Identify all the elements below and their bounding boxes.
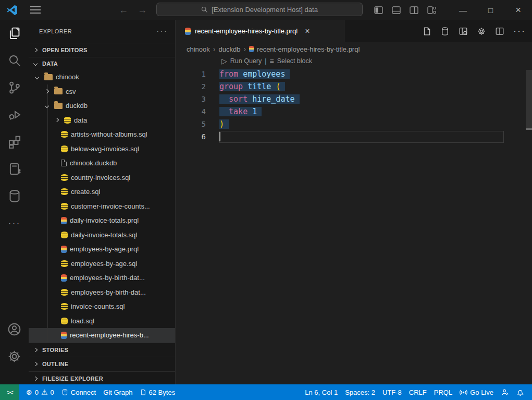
sql-file-icon: [61, 260, 68, 267]
tree-file[interactable]: artists-without-albums.sql: [29, 127, 175, 142]
tab-bar: recent-employee-hires-by-title.prql × ··…: [176, 20, 532, 42]
prql-file-icon: [249, 46, 254, 52]
database-icon: [61, 389, 68, 396]
tree-file[interactable]: load.sql: [29, 314, 175, 329]
minimize-button[interactable]: —: [453, 6, 474, 15]
indent-guide: [47, 84, 48, 342]
tree-file[interactable]: daily-invoice-totals.sql: [29, 228, 175, 243]
tree-folder-csv[interactable]: csv: [29, 84, 175, 99]
run-query-link[interactable]: Run Query: [230, 57, 262, 65]
toggle-sidebar-icon[interactable]: [374, 6, 383, 14]
new-file-icon[interactable]: [422, 27, 431, 36]
sql-file-icon: [61, 303, 68, 310]
customize-layout-icon[interactable]: [427, 6, 436, 14]
vertical-scrollbar[interactable]: [526, 70, 532, 128]
sql-file-icon: [61, 318, 68, 324]
file-icon: [61, 160, 67, 166]
maximize-button[interactable]: □: [480, 6, 501, 15]
settings-gear-icon[interactable]: [477, 27, 486, 36]
more-actions-icon[interactable]: ···: [513, 26, 526, 37]
file-tree: chinook csv duckdb data artists-without-…: [29, 70, 175, 343]
cursor-position-status[interactable]: Ln 6, Col 1: [301, 384, 341, 400]
search-icon[interactable]: [0, 47, 29, 74]
git-graph-button[interactable]: Git Graph: [100, 384, 136, 400]
tree-folder-chinook[interactable]: chinook: [29, 70, 175, 84]
problems-status[interactable]: ⊗ 0 ⚠ 0: [22, 384, 58, 400]
forward-arrow-icon[interactable]: →: [138, 5, 147, 16]
select-block-icon: ≡: [269, 57, 274, 65]
tree-file[interactable]: invoice-counts.sql: [29, 299, 175, 314]
prql-file-icon: [61, 332, 67, 339]
toggle-panel-icon[interactable]: [392, 6, 401, 14]
section-outline[interactable]: OUTLINE: [29, 357, 175, 371]
tree-file[interactable]: daily-invoice-totals.prql: [29, 213, 175, 228]
run-and-debug-icon[interactable]: [0, 101, 29, 128]
notebook-icon[interactable]: [0, 155, 29, 183]
vscode-logo-icon: [5, 4, 19, 16]
toggle-secondary-sidebar-icon[interactable]: [410, 6, 418, 14]
tab-close-icon[interactable]: ×: [305, 27, 310, 36]
file-size-status[interactable]: 62 Bytes: [137, 384, 179, 400]
source-control-icon[interactable]: [0, 74, 29, 101]
tree-folder-duckdb[interactable]: duckdb: [29, 99, 175, 113]
database-icon[interactable]: [0, 183, 29, 210]
breadcrumb-file[interactable]: recent-employee-hires-by-title.prql: [257, 45, 360, 53]
command-center-search[interactable]: [Extension Development Host] data: [156, 3, 363, 16]
select-block-link[interactable]: Select block: [277, 57, 312, 65]
section-data[interactable]: DATA: [29, 57, 175, 70]
database-action-icon[interactable]: [440, 27, 450, 36]
warnings-icon: ⚠: [41, 388, 48, 396]
extensions-icon[interactable]: [0, 128, 29, 155]
close-window-button[interactable]: ×: [508, 4, 529, 16]
notifications-bell-icon[interactable]: [513, 384, 528, 400]
tree-file[interactable]: create.sql: [29, 185, 175, 199]
errors-icon: ⊗: [26, 388, 32, 396]
split-editor-icon[interactable]: [495, 27, 504, 36]
additional-views-icon[interactable]: ···: [0, 210, 29, 237]
explorer-more-actions[interactable]: ···: [156, 27, 168, 36]
go-live-button[interactable]: Go Live: [456, 384, 497, 400]
code-editor[interactable]: ▷ Run Query | ≡ Select block 1from emplo…: [176, 56, 532, 384]
code-line-1: 1from employees: [176, 68, 532, 80]
language-mode-status[interactable]: PRQL: [430, 384, 456, 400]
tree-file[interactable]: employees-by-birth-dat...: [29, 271, 175, 285]
remote-indicator[interactable]: ><: [0, 384, 19, 400]
explorer-sidebar: EXPLORER ··· OPEN EDITORS DATA chinook c…: [29, 20, 176, 384]
explorer-icon[interactable]: [0, 20, 29, 47]
command-center-text: [Extension Development Host] data: [212, 6, 318, 14]
broadcast-icon: [460, 389, 467, 396]
code-line-2: 2group title (: [176, 80, 532, 93]
settings-gear-icon[interactable]: [0, 343, 29, 370]
code-line-6: 6: [176, 130, 532, 143]
sql-file-icon: [61, 131, 68, 138]
breadcrumb: chinook › duckdb › recent-employee-hires…: [176, 42, 532, 56]
tree-file[interactable]: below-avg-invoices.sql: [29, 142, 175, 156]
eol-status[interactable]: CRLF: [405, 384, 430, 400]
tree-file[interactable]: employees-by-birth-dat...: [29, 285, 175, 300]
tree-file[interactable]: country-invoices.sql: [29, 171, 175, 185]
connect-button[interactable]: Connect: [58, 384, 100, 400]
tab-recent-employee-hires[interactable]: recent-employee-hires-by-title.prql ×: [176, 20, 345, 42]
back-arrow-icon[interactable]: ←: [119, 5, 128, 16]
tree-file[interactable]: customer-invoice-counts...: [29, 199, 175, 214]
sql-file-icon: [61, 203, 68, 210]
tree-file[interactable]: employees-by-age.prql: [29, 242, 175, 257]
encoding-status[interactable]: UTF-8: [379, 384, 405, 400]
open-preview-icon[interactable]: [459, 27, 468, 36]
tree-folder-data[interactable]: data: [29, 113, 175, 128]
section-open-editors[interactable]: OPEN EDITORS: [29, 43, 175, 57]
live-share-button[interactable]: [497, 384, 513, 400]
breadcrumb-duckdb[interactable]: duckdb: [218, 45, 240, 53]
tree-file[interactable]: employees-by-age.sql: [29, 257, 175, 271]
tree-file-selected[interactable]: recent-employee-hires-b...: [29, 328, 175, 343]
sql-file-icon: [61, 232, 68, 238]
activity-bar: ···: [0, 20, 29, 384]
section-stories[interactable]: STORIES: [29, 343, 175, 357]
sql-file-icon: [61, 146, 68, 152]
breadcrumb-chinook[interactable]: chinook: [187, 45, 210, 53]
section-filesize-explorer[interactable]: FILESIZE EXPLORER: [29, 371, 175, 386]
tree-file[interactable]: chinook.duckdb: [29, 156, 175, 171]
indentation-status[interactable]: Spaces: 2: [341, 384, 379, 400]
menu-icon[interactable]: [30, 6, 41, 14]
account-icon[interactable]: [0, 316, 29, 343]
